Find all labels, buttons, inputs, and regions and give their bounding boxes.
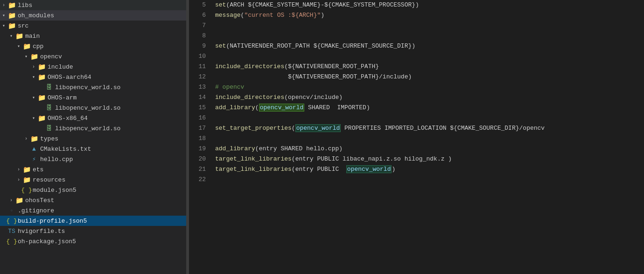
token-highlight2: opencv_world [295, 124, 341, 132]
tree-label-src: src [18, 22, 28, 29]
tree-label-cpp: cpp [33, 43, 43, 50]
tree-label-ohos-aarch64: OHOS-aarch64 [48, 74, 91, 81]
tree-label-ohpackage: oh-package.json5 [18, 238, 76, 245]
tree-label-modulejson: module.json5 [33, 187, 77, 194]
code-line-17: set_target_properties(opencv_world PROPE… [215, 123, 644, 133]
token-func: set_target_properties [215, 125, 292, 132]
token-plain: SHARED IMPORTED) [304, 104, 370, 111]
tree-item-modulejson[interactable]: { }module.json5 [0, 185, 186, 195]
tree-label-opencv: opencv [40, 53, 62, 60]
token-plain: (entry PUBLIC libace_napi.z.so hilog_ndk… [292, 155, 452, 162]
code-line-12: ${NATIVERENDER_ROOT_PATH}/include) [215, 72, 644, 82]
tree-item-buildprofile[interactable]: { }build-profile.json5 [0, 216, 186, 226]
tree-item-hellocpp[interactable]: ⚡hello.cpp [0, 154, 186, 164]
line-number-8: 8 [189, 31, 206, 41]
token-plain: ) [392, 166, 395, 173]
token-plain: (entry PUBLIC [292, 166, 346, 173]
code-line-5: set(ARCH ${CMAKE_SYSTEM_NAME}-${CMAKE_SY… [215, 0, 644, 10]
tree-item-ohostest[interactable]: 📁ohosTest [0, 195, 186, 205]
line-number-16: 16 [189, 113, 206, 123]
tree-label-types: types [40, 135, 58, 142]
tree-label-buildprofile: build-profile.json5 [18, 218, 87, 225]
token-plain: ${NATIVERENDER_ROOT_PATH}/include) [215, 73, 412, 80]
code-line-8 [215, 31, 644, 41]
line-number-6: 6 [189, 10, 206, 21]
line-number-5: 5 [189, 0, 206, 10]
code-line-21: target_link_libraries(entry PUBLIC openc… [215, 164, 644, 175]
code-line-6: message("current OS :${ARCH}") [215, 10, 644, 21]
tree-item-ohos-arm[interactable]: 📁OHOS-arm [0, 92, 186, 103]
token-highlight2: opencv_world [346, 165, 392, 173]
tree-label-hvigorfile: hvigorfile.ts [18, 228, 65, 235]
code-line-22 [215, 175, 644, 185]
tree-item-opencv[interactable]: 📁opencv [0, 51, 186, 62]
tree-label-libopencv2: libopencv_world.so [55, 105, 120, 112]
token-func: message [215, 12, 241, 19]
tree-item-ohos-x86[interactable]: 📁OHOS-x86_64 [0, 113, 186, 123]
tree-label-ohos-arm: OHOS-arm [48, 94, 77, 101]
tree-label-resources: resources [33, 176, 65, 183]
file-tree: 📁libs📁oh_modules📁src📁main📁cpp📁opencv📁inc… [0, 0, 187, 274]
tree-item-oh_modules[interactable]: 📁oh_modules [0, 10, 186, 21]
line-number-15: 15 [189, 103, 206, 113]
line-number-9: 9 [189, 41, 206, 51]
line-number-12: 12 [189, 72, 206, 82]
tree-item-cmakelists[interactable]: ▲CMakeLists.txt [0, 144, 186, 154]
line-number-19: 19 [189, 144, 206, 154]
tree-label-main: main [25, 33, 40, 40]
line-number-18: 18 [189, 133, 206, 144]
tree-item-ets[interactable]: 📁ets [0, 164, 186, 175]
tree-item-hvigorfile[interactable]: TShvigorfile.ts [0, 226, 186, 236]
code-line-16 [215, 113, 644, 123]
token-plain: ( [255, 104, 259, 111]
tree-item-types[interactable]: 📁types [0, 133, 186, 144]
code-line-9: set(NATIVERENDER_ROOT_PATH ${CMAKE_CURRE… [215, 41, 644, 51]
tree-item-cpp[interactable]: 📁cpp [0, 41, 186, 51]
token-func: target_link_libraries [215, 166, 292, 173]
line-number-11: 11 [189, 62, 206, 72]
tree-label-cmakelists: CMakeLists.txt [40, 146, 91, 153]
token-func: include_directories [215, 63, 284, 70]
tree-item-include[interactable]: 📁include [0, 62, 186, 72]
token-func: add_library [215, 145, 255, 152]
code-content[interactable]: set(ARCH ${CMAKE_SYSTEM_NAME}-${CMAKE_SY… [211, 0, 644, 274]
tree-label-oh_modules: oh_modules [18, 12, 54, 19]
tree-item-resources[interactable]: 📁resources [0, 175, 186, 185]
line-number-22: 22 [189, 175, 206, 185]
code-editor: 5678910111213141516171819202122 set(ARCH… [189, 0, 644, 274]
token-plain: PROPERTIES IMPORTED_LOCATION ${CMAKE_SOU… [341, 125, 545, 132]
tree-label-ohostest: ohosTest [25, 197, 54, 204]
line-number-14: 14 [189, 92, 206, 103]
token-plain: (NATIVERENDER_ROOT_PATH ${CMAKE_CURRENT_… [226, 42, 415, 49]
token-func: add_library [215, 104, 255, 111]
token-plain: (entry SHARED hello.cpp) [255, 145, 343, 152]
tree-item-src[interactable]: 📁src [0, 21, 186, 31]
tree-item-libs[interactable]: 📁libs [0, 0, 186, 10]
code-line-19: add_library(entry SHARED hello.cpp) [215, 144, 644, 154]
tree-item-ohpackage[interactable]: { }oh-package.json5 [0, 236, 186, 246]
tree-item-gitignore[interactable]: ◦.gitignore [0, 205, 186, 216]
token-func: set [215, 1, 226, 8]
tree-item-libopencv1[interactable]: 🗄libopencv_world.so [0, 82, 186, 92]
tree-label-libs: libs [18, 2, 32, 9]
token-string: "current OS :${ARCH}" [244, 12, 321, 19]
line-numbers: 5678910111213141516171819202122 [189, 0, 211, 274]
tree-item-libopencv2[interactable]: 🗄libopencv_world.so [0, 103, 186, 113]
line-number-13: 13 [189, 82, 206, 92]
token-plain: (opencv/include) [284, 94, 343, 101]
token-plain: (ARCH ${CMAKE_SYSTEM_NAME}-${CMAKE_SYSTE… [226, 1, 419, 8]
code-line-11: include_directories(${NATIVERENDER_ROOT_… [215, 62, 644, 72]
tree-item-main[interactable]: 📁main [0, 31, 186, 41]
code-line-18 [215, 133, 644, 144]
token-func: include_directories [215, 94, 284, 101]
token-highlight: opencv_world [259, 104, 305, 112]
tree-item-libopencv3[interactable]: 🗄libopencv_world.so [0, 123, 186, 133]
token-func: set [215, 42, 226, 49]
tree-label-libopencv3: libopencv_world.so [55, 125, 120, 132]
tree-label-include: include [48, 63, 73, 70]
line-number-21: 21 [189, 164, 206, 175]
line-number-20: 20 [189, 154, 206, 164]
tree-label-ohos-x86: OHOS-x86_64 [48, 115, 88, 122]
code-line-10 [215, 51, 644, 62]
tree-item-ohos-aarch64[interactable]: 📁OHOS-aarch64 [0, 72, 186, 82]
